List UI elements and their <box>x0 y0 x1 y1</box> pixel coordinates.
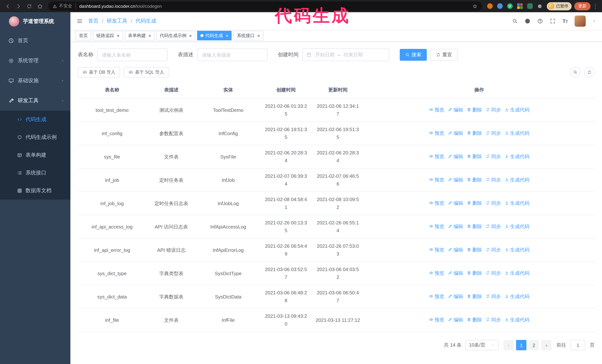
caret-down-icon[interactable] <box>592 19 596 23</box>
eye-action-link[interactable]: 预览 <box>429 223 444 230</box>
download-action-link[interactable]: 生成代码 <box>505 223 529 230</box>
sync-action-link[interactable]: 同步 <box>486 153 501 160</box>
sync-action-link[interactable]: 同步 <box>486 246 501 254</box>
sync-action-link[interactable]: 同步 <box>486 316 501 324</box>
delete-action-link[interactable]: 删除 <box>467 269 482 277</box>
extension-icon[interactable] <box>495 2 504 10</box>
edit-action-link[interactable]: 编辑 <box>448 223 463 230</box>
fullscreen-icon[interactable] <box>550 18 556 24</box>
eye-action-link[interactable]: 预览 <box>429 129 444 137</box>
edit-action-link[interactable]: 编辑 <box>448 292 463 300</box>
sidebar-item-system-admin[interactable]: 系统管理 <box>0 51 70 71</box>
edit-action-link[interactable]: 编辑 <box>448 129 463 137</box>
sidebar-item-system-api[interactable]: 系统接口 <box>0 164 70 182</box>
sidebar-toggle-icon[interactable] <box>76 18 83 24</box>
delete-action-link[interactable]: 删除 <box>467 199 482 207</box>
github-icon[interactable] <box>525 18 531 24</box>
sync-action-link[interactable]: 同步 <box>486 129 501 137</box>
tab-form-builder[interactable]: 表单构建× <box>125 31 154 40</box>
delete-action-link[interactable]: 删除 <box>467 246 482 254</box>
download-action-link[interactable]: 生成代码 <box>505 316 529 324</box>
close-icon[interactable]: × <box>148 33 151 38</box>
reset-button[interactable]: 重置 <box>430 49 458 61</box>
tab-home[interactable]: 首页 <box>75 31 91 40</box>
tab-system-api[interactable]: 系统接口× <box>234 31 263 40</box>
edit-action-link[interactable]: 编辑 <box>448 316 463 324</box>
date-range-picker[interactable]: 开始日期 - 结束日期 <box>302 49 389 61</box>
next-page-button[interactable]: › <box>541 340 552 350</box>
delete-action-link[interactable]: 删除 <box>467 223 482 230</box>
download-action-link[interactable]: 生成代码 <box>505 269 529 277</box>
breadcrumb-item[interactable]: 首页 <box>88 18 98 24</box>
eye-action-link[interactable]: 预览 <box>429 316 444 324</box>
import-sql-button[interactable]: 基于 SQL 导入 <box>124 67 169 77</box>
eye-action-link[interactable]: 预览 <box>429 292 444 300</box>
import-db-button[interactable]: 基于 DB 导入 <box>78 67 120 77</box>
sidebar-item-infrastructure[interactable]: 基础设施 <box>0 71 70 91</box>
edit-action-link[interactable]: 编辑 <box>448 153 463 160</box>
refresh-button[interactable] <box>584 67 595 77</box>
delete-action-link[interactable]: 删除 <box>467 292 482 300</box>
download-action-link[interactable]: 生成代码 <box>505 246 529 254</box>
edit-action-link[interactable]: 编辑 <box>448 269 463 277</box>
download-action-link[interactable]: 生成代码 <box>505 129 529 137</box>
eye-action-link[interactable]: 预览 <box>429 199 444 207</box>
edit-action-link[interactable]: 编辑 <box>448 106 463 114</box>
help-icon[interactable] <box>537 18 543 24</box>
tab-tracer[interactable]: 链路追踪× <box>93 31 123 40</box>
search-button[interactable]: 搜索 <box>400 49 427 61</box>
back-button[interactable] <box>3 1 13 11</box>
close-icon[interactable]: × <box>188 33 192 38</box>
sync-action-link[interactable]: 同步 <box>486 269 501 277</box>
download-action-link[interactable]: 生成代码 <box>505 199 529 207</box>
table-name-input[interactable] <box>97 49 167 61</box>
download-action-link[interactable]: 生成代码 <box>505 153 529 160</box>
extension-icon[interactable] <box>525 2 534 10</box>
extension-icon[interactable] <box>485 2 494 10</box>
page-size-select[interactable]: 10条/页 <box>465 340 499 350</box>
eye-action-link[interactable]: 预览 <box>429 176 444 184</box>
delete-action-link[interactable]: 删除 <box>467 176 482 184</box>
tab-codegen[interactable]: 代码生成× <box>197 31 232 40</box>
chrome-update-button[interactable]: 更新 <box>574 2 591 10</box>
sidebar-item-home[interactable]: 首页 <box>0 31 70 51</box>
forward-button[interactable] <box>14 1 23 11</box>
user-avatar[interactable] <box>575 15 586 26</box>
reload-button[interactable] <box>24 1 34 11</box>
sync-action-link[interactable]: 同步 <box>486 199 501 207</box>
page-button-2[interactable]: 2 <box>529 340 539 350</box>
sidebar-item-db-doc[interactable]: 数据库文档 <box>0 182 70 200</box>
close-icon[interactable]: × <box>257 33 260 38</box>
table-desc-input[interactable] <box>197 49 268 61</box>
bookmark-star-icon[interactable] <box>472 3 478 9</box>
sidebar-item-dev-tools[interactable]: 研发工具 <box>0 91 70 111</box>
goto-page-input[interactable] <box>570 340 585 350</box>
delete-action-link[interactable]: 删除 <box>467 129 482 137</box>
tab-codegen-example[interactable]: 代码生成示例× <box>156 31 195 40</box>
breadcrumb-item[interactable]: 代码生成 <box>136 18 156 24</box>
security-indicator[interactable]: 不安全 <box>53 3 76 9</box>
sync-action-link[interactable]: 同步 <box>486 292 501 300</box>
edit-action-link[interactable]: 编辑 <box>448 199 463 207</box>
toggle-search-button[interactable] <box>570 67 580 77</box>
breadcrumb-item[interactable]: 研发工具 <box>107 18 128 24</box>
eye-action-link[interactable]: 预览 <box>429 269 444 277</box>
search-icon[interactable] <box>512 18 518 24</box>
edit-action-link[interactable]: 编辑 <box>448 246 463 254</box>
close-icon[interactable]: × <box>225 33 228 38</box>
delete-action-link[interactable]: 删除 <box>467 316 482 324</box>
extension-icon[interactable] <box>515 2 524 10</box>
eye-action-link[interactable]: 预览 <box>429 153 444 160</box>
eye-action-link[interactable]: 预览 <box>429 106 444 114</box>
sync-action-link[interactable]: 同步 <box>486 106 501 114</box>
profile-chip[interactable]: 已暂停 <box>547 2 572 10</box>
close-icon[interactable]: × <box>116 33 119 38</box>
sidebar-item-form-builder[interactable]: 表单构建 <box>0 146 70 164</box>
sync-action-link[interactable]: 同步 <box>486 176 501 184</box>
download-action-link[interactable]: 生成代码 <box>505 292 529 300</box>
browser-home-button[interactable] <box>35 1 45 11</box>
extensions-puzzle-icon[interactable] <box>535 2 544 10</box>
eye-action-link[interactable]: 预览 <box>429 246 444 254</box>
delete-action-link[interactable]: 删除 <box>467 106 482 114</box>
delete-action-link[interactable]: 删除 <box>467 153 482 160</box>
